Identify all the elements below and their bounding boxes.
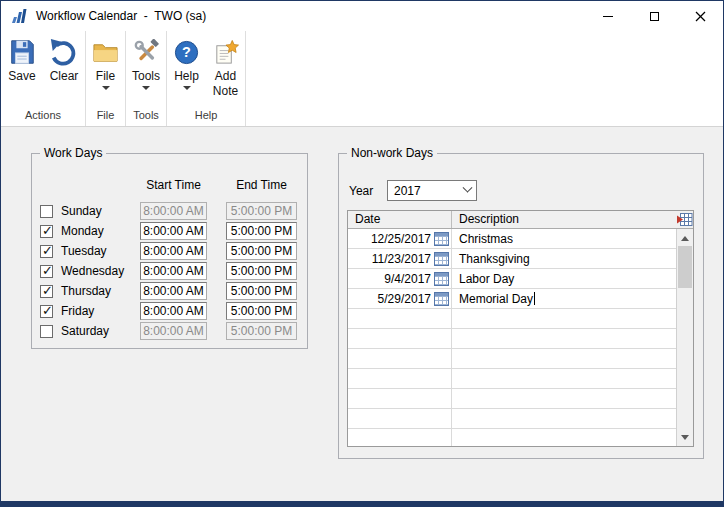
sunday-start-time-field: 8:00:00 AM	[140, 202, 207, 220]
wednesday-label: Wednesday	[61, 264, 124, 278]
add-note-button[interactable]: Add Note	[206, 33, 245, 98]
date-cell[interactable]: 11/23/2017	[348, 249, 451, 268]
table-row-empty[interactable]	[348, 329, 676, 349]
scrollbar-up-button[interactable]	[677, 229, 693, 246]
workday-row-monday: Monday 8:00:00 AM 5:00:00 PM	[32, 222, 307, 242]
toolbar-group-tools: Tools Tools	[126, 31, 166, 126]
close-button[interactable]	[677, 1, 723, 31]
date-cell[interactable]: 5/29/2017	[348, 289, 451, 308]
saturday-start-time-field: 8:00:00 AM	[140, 322, 207, 340]
chevron-down-icon	[142, 86, 150, 94]
maximize-button[interactable]	[631, 1, 677, 31]
date-value: 11/23/2017	[372, 252, 431, 266]
table-row-empty[interactable]	[348, 369, 676, 389]
table-row-empty[interactable]	[348, 389, 676, 409]
monday-start-time-field[interactable]: 8:00:00 AM	[140, 222, 207, 240]
help-menu-label: Help	[174, 69, 199, 83]
toolbar-group-help: ? Help	[167, 31, 245, 126]
table-row: 12/25/2017 Christmas	[348, 229, 676, 249]
wednesday-checkbox[interactable]	[40, 265, 53, 278]
non-work-days-table: Date Description	[347, 210, 694, 447]
thursday-label: Thursday	[61, 284, 111, 298]
date-value: 5/29/2017	[378, 292, 431, 306]
minimize-icon	[603, 16, 613, 17]
tuesday-end-time-field[interactable]: 5:00:00 PM	[226, 242, 297, 260]
date-picker-icon[interactable]	[434, 292, 449, 306]
tools-menu-button[interactable]: Tools	[126, 33, 166, 94]
table-row-empty[interactable]	[348, 309, 676, 329]
chevron-down-icon	[102, 86, 110, 94]
table-row-empty[interactable]	[348, 349, 676, 369]
wednesday-start-time-field[interactable]: 8:00:00 AM	[140, 262, 207, 280]
toolbar-group-label-actions: Actions	[25, 109, 61, 126]
workflow-calendar-window: Workflow Calendar - TWO (sa)	[0, 0, 724, 507]
toolbar-separator	[245, 31, 246, 126]
clear-button[interactable]: Clear	[43, 33, 85, 83]
vertical-scrollbar	[676, 229, 693, 446]
workday-row-tuesday: Tuesday 8:00:00 AM 5:00:00 PM	[32, 242, 307, 262]
description-cell[interactable]: Labor Day	[451, 269, 676, 288]
tuesday-checkbox[interactable]	[40, 245, 53, 258]
scrollbar-thumb[interactable]	[678, 246, 692, 288]
arrow-down-icon	[681, 435, 689, 444]
save-icon	[7, 36, 37, 68]
date-value: 9/4/2017	[384, 272, 431, 286]
svg-text:?: ?	[182, 44, 191, 60]
close-icon	[695, 11, 706, 22]
description-column-header: Description	[451, 211, 676, 228]
friday-start-time-field[interactable]: 8:00:00 AM	[140, 302, 207, 320]
table-header: Date Description	[348, 211, 693, 229]
date-cell[interactable]: 12/25/2017	[348, 229, 451, 248]
sunday-checkbox[interactable]	[40, 205, 53, 218]
table-row-empty[interactable]	[348, 429, 676, 447]
description-value: Thanksgiving	[459, 252, 530, 266]
table-row: 9/4/2017 Labor Day	[348, 269, 676, 289]
title-bar: Workflow Calendar - TWO (sa)	[1, 1, 723, 31]
toolbar: Save Clear Actions	[1, 31, 723, 127]
non-work-days-group: Non-work Days Year 2017 Date Description	[338, 153, 704, 459]
date-cell[interactable]: 9/4/2017	[348, 269, 451, 288]
date-picker-icon[interactable]	[434, 232, 449, 246]
minimize-button[interactable]	[585, 1, 631, 31]
date-picker-icon[interactable]	[434, 272, 449, 286]
description-value: Memorial Day	[459, 292, 533, 306]
monday-checkbox[interactable]	[40, 225, 53, 238]
date-column-header: Date	[348, 211, 451, 228]
scrollbar-track[interactable]	[677, 288, 693, 429]
friday-end-time-field[interactable]: 5:00:00 PM	[226, 302, 297, 320]
expansion-button[interactable]	[676, 211, 693, 228]
file-menu-label: File	[96, 69, 115, 83]
year-dropdown[interactable]: 2017	[387, 180, 477, 201]
window-controls	[585, 1, 723, 31]
wednesday-end-time-field[interactable]: 5:00:00 PM	[226, 262, 297, 280]
file-menu-button[interactable]: File	[86, 33, 125, 94]
save-button[interactable]: Save	[1, 33, 43, 83]
thursday-start-time-field[interactable]: 8:00:00 AM	[140, 282, 207, 300]
toolbar-group-label-help: Help	[195, 109, 218, 126]
thursday-end-time-field[interactable]: 5:00:00 PM	[226, 282, 297, 300]
description-value: Christmas	[459, 232, 513, 246]
tuesday-start-time-field[interactable]: 8:00:00 AM	[140, 242, 207, 260]
arrow-up-icon	[681, 232, 689, 241]
year-label: Year	[349, 184, 373, 198]
year-dropdown-arrow[interactable]	[458, 181, 476, 200]
description-cell[interactable]: Thanksgiving	[451, 249, 676, 268]
app-icon	[10, 7, 28, 25]
description-cell[interactable]: Christmas	[451, 229, 676, 248]
work-days-group-title: Work Days	[40, 146, 106, 160]
saturday-label: Saturday	[61, 324, 109, 338]
add-note-label-line2: Note	[213, 84, 238, 98]
monday-end-time-field[interactable]: 5:00:00 PM	[226, 222, 297, 240]
table-row-empty[interactable]	[348, 409, 676, 429]
toolbar-group-actions: Save Clear Actions	[1, 31, 85, 126]
description-cell[interactable]: Memorial Day	[451, 289, 676, 308]
friday-checkbox[interactable]	[40, 305, 53, 318]
toolbar-group-label-tools: Tools	[133, 109, 159, 126]
scrollbar-down-button[interactable]	[677, 429, 693, 446]
help-menu-button[interactable]: ? Help	[167, 33, 206, 98]
tools-icon	[133, 36, 160, 68]
table-body: 12/25/2017 Christmas 11/23/2017	[348, 229, 693, 446]
date-picker-icon[interactable]	[434, 252, 449, 266]
saturday-checkbox[interactable]	[40, 325, 53, 338]
thursday-checkbox[interactable]	[40, 285, 53, 298]
